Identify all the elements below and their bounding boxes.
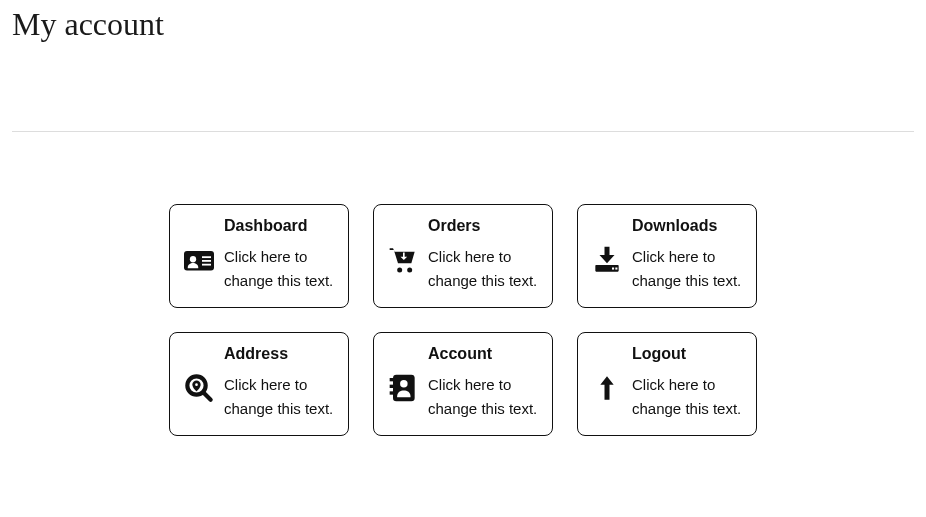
card-title: Orders <box>428 217 538 235</box>
svg-rect-3 <box>202 260 211 262</box>
card-orders[interactable]: Orders Click here to change this text. <box>373 204 553 308</box>
arrow-up-icon <box>592 373 622 403</box>
card-dashboard[interactable]: Dashboard Click here to change this text… <box>169 204 349 308</box>
card-title: Account <box>428 345 538 363</box>
svg-rect-2 <box>202 256 211 258</box>
card-desc: Click here to change this text. <box>632 245 742 293</box>
card-address[interactable]: Address Click here to change this text. <box>169 332 349 436</box>
download-icon <box>592 245 622 275</box>
search-location-icon <box>184 373 214 403</box>
svg-rect-9 <box>615 268 617 270</box>
svg-rect-7 <box>595 265 618 272</box>
card-downloads[interactable]: Downloads Click here to change this text… <box>577 204 757 308</box>
account-card-grid: Dashboard Click here to change this text… <box>0 204 926 436</box>
page-title: My account <box>0 0 926 43</box>
svg-point-11 <box>195 383 198 386</box>
card-desc: Click here to change this text. <box>224 373 334 421</box>
svg-rect-12 <box>393 375 415 402</box>
card-title: Logout <box>632 345 742 363</box>
card-desc: Click here to change this text. <box>428 245 538 293</box>
card-title: Dashboard <box>224 217 334 235</box>
svg-rect-8 <box>612 268 614 270</box>
svg-rect-15 <box>390 391 393 394</box>
svg-rect-13 <box>390 378 393 381</box>
svg-rect-4 <box>202 264 211 266</box>
cart-download-icon <box>388 245 418 275</box>
card-desc: Click here to change this text. <box>224 245 334 293</box>
card-desc: Click here to change this text. <box>428 373 538 421</box>
card-desc: Click here to change this text. <box>632 373 742 421</box>
svg-point-1 <box>190 256 196 262</box>
card-title: Downloads <box>632 217 742 235</box>
svg-point-16 <box>400 380 408 388</box>
card-title: Address <box>224 345 334 363</box>
svg-point-5 <box>397 268 402 273</box>
card-logout[interactable]: Logout Click here to change this text. <box>577 332 757 436</box>
id-card-icon <box>184 245 214 275</box>
address-book-icon <box>388 373 418 403</box>
header-divider <box>12 131 914 132</box>
svg-rect-14 <box>390 385 393 388</box>
svg-point-6 <box>407 268 412 273</box>
card-account[interactable]: Account Click here to change this text. <box>373 332 553 436</box>
